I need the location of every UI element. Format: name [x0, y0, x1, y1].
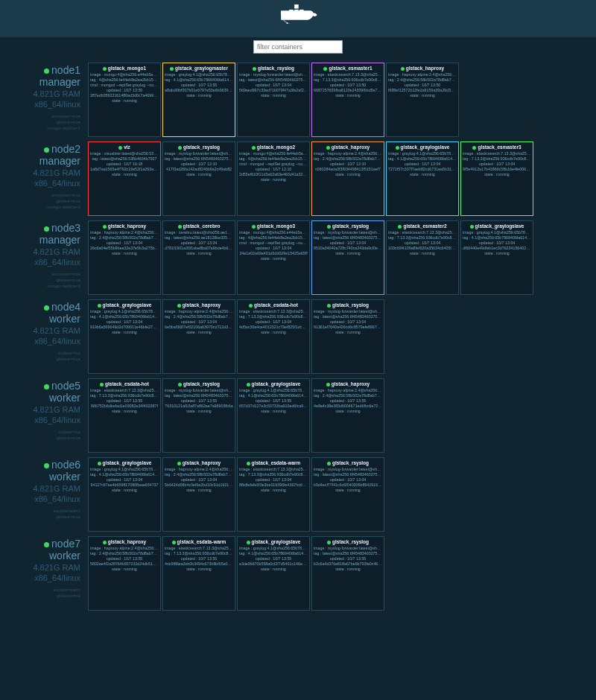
svg-point-8 — [286, 22, 288, 24]
container-line: updated : 10/7 12:10 — [165, 162, 233, 167]
container-card[interactable]: glstack_esdata-hotimage : elasticsearch:… — [237, 299, 310, 374]
node-head: node5worker4.821G RAMx86_64/linuxesdata=… — [6, 378, 88, 441]
container-line: tag : latest@sha256:535b4634b7927 — [90, 156, 159, 162]
container-card[interactable]: glstack_graylogslaveimage : graylog:4.1@… — [88, 457, 161, 532]
containers: glstack_haproxyimage : haproxy-alpine:2.… — [88, 536, 590, 611]
container-line: tag : 2.4@sha256:58b502a78d8ab72aef5 — [388, 77, 457, 83]
docker-logo-icon — [279, 4, 317, 33]
container-card[interactable]: glstack_haproxyimage : haproxy-alpine:2.… — [311, 378, 384, 453]
container-card[interactable]: glstack_mongo2image : mongo:4@sha256:fe4… — [237, 141, 310, 216]
container-line: cmd : mongod --replSet graylog --noauth — [239, 162, 308, 167]
container-name: glstack_mongo3 — [257, 223, 295, 229]
container-line: state : running — [90, 330, 159, 335]
container-card[interactable]: glstack_graylogmasterimage : graylog:4.1… — [162, 63, 235, 137]
container-line: tag : 7.13.3@sha256:936cdb7e90c842f0 — [90, 393, 159, 398]
container-card[interactable]: glstack_haproxyimage : haproxy-alpine:2.… — [88, 220, 161, 295]
container-card[interactable]: glstack_esmaster3image : elasticsearch:7… — [460, 141, 533, 216]
container-card[interactable]: glstack_rsyslogimage : rsyslog-forwarder… — [237, 63, 310, 137]
node-name-text: node4 — [51, 301, 80, 313]
container-title: glstack_graylogmaster — [165, 66, 233, 71]
container-title: glstack_haproxy — [388, 66, 457, 71]
status-dot-icon — [178, 146, 182, 150]
container-line: a8abd6fbf007b01e5797e53e6b0639a0c2cf2 — [165, 88, 233, 93]
status-dot-icon — [247, 383, 250, 386]
container-card[interactable]: glstack_graylogslaveimage : graylog:4.1@… — [237, 378, 310, 453]
container-card[interactable]: glstack_rsyslogimage : rsyslog-forwarder… — [311, 220, 384, 295]
container-line: image : elasticsearch:7.13.3@sha256:936 — [314, 72, 382, 77]
container-card[interactable]: glstack_esdata-warmimage : elasticsearch… — [237, 457, 310, 532]
container-card[interactable]: glstack_rsyslogimage : rsyslog-forwarder… — [311, 457, 384, 532]
node-arch: x86_64/linux — [6, 258, 80, 267]
container-card[interactable]: glstack_rsyslogimage : rsyslog-forwarder… — [311, 299, 384, 374]
container-card[interactable]: glstack_esmaster1image : elasticsearch:7… — [311, 63, 384, 137]
container-name: glstack_rsyslog — [332, 223, 369, 229]
node-row: node4worker4.821G RAMx86_64/linuxesdata=… — [6, 299, 590, 374]
container-card[interactable]: glstack_graylogslaveimage : graylog:4.1@… — [386, 141, 459, 216]
container-line: cmd : mongod --replSet graylog --noauth — [90, 83, 159, 88]
container-card[interactable]: glstack_esdata-hotimage : elasticsearch:… — [88, 378, 161, 453]
status-dot-icon — [103, 541, 107, 544]
container-line: image : graylog:4.1@sha256:65b7869406 — [165, 72, 233, 77]
node-labels: esdata=hotglslave=true — [6, 350, 80, 362]
node-ram: 4.821G RAM — [6, 247, 80, 256]
container-card[interactable]: glstack_graylogslaveimage : graylog:4.1@… — [237, 536, 310, 611]
container-line: updated : 10/7 13:55 — [90, 556, 159, 561]
container-card[interactable]: glstack_haproxyimage : haproxy-alpine:2.… — [88, 536, 161, 611]
filter-input[interactable] — [253, 40, 343, 54]
container-card[interactable]: vizimage : visualizer:latest@sha256:533b… — [88, 141, 161, 216]
container-line: updated : 10/7 13:04 — [165, 241, 233, 246]
container-line: updated : 10/7 13:04 — [165, 477, 233, 483]
container-card[interactable]: glstack_haproxyimage : haproxy-alpine:2.… — [386, 63, 459, 137]
container-line: 569aed997c33ed716079f47a3fa2af210 — [239, 88, 308, 93]
container-line: image : graylog:4.1@sha256:65b78694068 — [90, 309, 159, 314]
container-line: tag : 4@sha256:fe44eb8a2ea2bb154071f — [90, 77, 159, 83]
container-title: glstack_rsyslog — [165, 381, 233, 386]
container-name: glstack_graylogslave — [103, 460, 152, 465]
container-line: updated : 10/7 13:50 — [388, 83, 457, 88]
node-name-text: node7 — [51, 538, 80, 550]
container-line: tag : 4@sha256:fe44eb8a2ea2bb154071f — [239, 235, 308, 241]
container-line: updated : 10/7 13:04 — [463, 162, 531, 167]
container-line: image : haproxy-alpine:2.4@sha256:58b5 — [314, 151, 382, 156]
status-dot-icon — [98, 304, 101, 308]
container-card[interactable]: glstack_mongo1image : mongo:4@sha256:e44… — [88, 63, 161, 137]
container-line: tag : latest@sha256:6f454834602752825 — [314, 472, 382, 477]
container-line: 5802ae4f2a28764b507232d24db51763 — [90, 561, 159, 567]
container-name: glstack_esdata-hot — [105, 381, 149, 386]
container-line: d781f1901a30f1abe8ba07a9bde4b6f0758 — [165, 246, 233, 251]
container-line: updated : 10/7 13:04 — [239, 477, 308, 483]
container-line: tag : 2.4@sha256:58b502a78d8ab72aef5 — [90, 551, 159, 556]
container-card[interactable]: glstack_graylogslaveimage : graylog:4.1@… — [460, 220, 533, 295]
container-card[interactable]: glstack_rsyslogimage : rsyslog-forwarder… — [311, 536, 384, 611]
container-line: tag : 4.1@sha256:65b7869406fa6149f53 — [90, 472, 159, 477]
container-card[interactable]: glstack_rsyslogimage : rsyslog-forwarder… — [162, 141, 235, 216]
status-dot-icon — [172, 541, 176, 544]
container-line: image : elasticsearch:7.13.3@sha256:936 — [165, 546, 233, 551]
container-card[interactable]: glstack_graylogslaveimage : graylog:4.1@… — [88, 299, 161, 374]
container-card[interactable]: glstack_esdata-warmimage : elasticsearch… — [162, 536, 235, 611]
container-line: 1a8d7aa1565e4f792c19e52f1a293a49e — [90, 167, 159, 172]
node-label: glslave=true — [6, 593, 80, 599]
container-card[interactable]: glstack_haproxyimage : haproxy-alpine:2.… — [162, 457, 235, 532]
container-title: glstack_graylogslave — [239, 539, 308, 544]
container-line: 9510a04040a728c740ce243da9cf0e6f2 — [314, 246, 382, 251]
container-line: image : graylog:4.1@sha256:65b78694068 — [239, 546, 308, 551]
container-name: glstack_haproxy — [108, 223, 146, 229]
container-line: 417f3ad26fa142ad8246b9a2c49ab82 — [165, 167, 233, 172]
container-line: tag : 7.13.3@sha256:936cdb7e90c842f0 — [463, 156, 531, 162]
container-line: 91361ef7640a426cd6c8579efe89671526 — [314, 325, 382, 330]
container-card[interactable]: glstack_mongo3image : mongo:4@sha256:e44… — [237, 220, 310, 295]
container-title: glstack_haproxy — [90, 539, 159, 544]
container-card[interactable]: glstack_cerebroimage : cerebro:latest@sh… — [162, 220, 235, 295]
container-card[interactable]: glstack_haproxyimage : haproxy-alpine:2.… — [311, 141, 384, 216]
container-card[interactable]: glstack_esmaster2image : elasticsearch:7… — [386, 220, 459, 295]
container-line: updated : 10/7 13:55 — [165, 556, 233, 561]
node-row: node7worker4.821G RAMx86_64/linuxesdata=… — [6, 536, 590, 611]
container-card[interactable]: glstack_rsyslogimage : rsyslog-forwarder… — [162, 378, 235, 453]
container-name: glstack_esdata-warm — [177, 539, 226, 544]
container-line: tag : 2.4@sha256:58b502a78d8ab72aef5 — [165, 314, 233, 319]
container-title: glstack_rsyslog — [314, 302, 382, 308]
container-card[interactable]: glstack_haproxyimage : haproxy-alpine:2.… — [162, 299, 235, 374]
container-line: f698ef12572b12fe2a9159a39a29d3e80cf1 — [388, 88, 457, 93]
container-line: updated : 10/7 13:04 — [165, 319, 233, 325]
